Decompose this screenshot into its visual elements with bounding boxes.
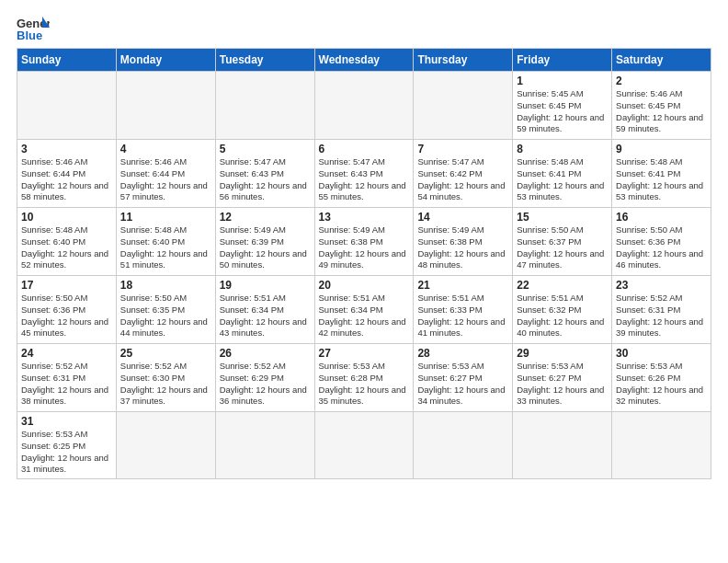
day-detail: Sunrise: 5:53 AM Sunset: 6:27 PM Dayligh…	[517, 361, 608, 408]
day-detail: Sunrise: 5:48 AM Sunset: 6:40 PM Dayligh…	[21, 224, 112, 271]
calendar-table: SundayMondayTuesdayWednesdayThursdayFrid…	[17, 48, 711, 479]
day-detail: Sunrise: 5:50 AM Sunset: 6:36 PM Dayligh…	[21, 293, 112, 339]
day-cell	[414, 412, 513, 479]
day-detail: Sunrise: 5:50 AM Sunset: 6:35 PM Dayligh…	[120, 293, 211, 339]
day-number: 11	[120, 211, 211, 224]
week-row-2: 10Sunrise: 5:48 AM Sunset: 6:40 PM Dayli…	[17, 208, 711, 276]
header: General Blue	[17, 15, 711, 42]
day-cell: 13Sunrise: 5:49 AM Sunset: 6:38 PM Dayli…	[314, 208, 414, 276]
day-detail: Sunrise: 5:46 AM Sunset: 6:45 PM Dayligh…	[616, 88, 707, 135]
day-cell	[215, 72, 314, 140]
col-header-wednesday: Wednesday	[314, 49, 414, 72]
day-detail: Sunrise: 5:49 AM Sunset: 6:39 PM Dayligh…	[220, 224, 311, 271]
day-number: 10	[21, 211, 112, 224]
day-cell: 10Sunrise: 5:48 AM Sunset: 6:40 PM Dayli…	[17, 208, 117, 276]
day-cell: 2Sunrise: 5:46 AM Sunset: 6:45 PM Daylig…	[612, 72, 711, 140]
day-number: 2	[616, 75, 707, 87]
day-detail: Sunrise: 5:51 AM Sunset: 6:32 PM Dayligh…	[517, 293, 608, 339]
day-detail: Sunrise: 5:53 AM Sunset: 6:27 PM Dayligh…	[417, 361, 508, 408]
day-cell	[17, 72, 117, 140]
day-detail: Sunrise: 5:45 AM Sunset: 6:45 PM Dayligh…	[517, 88, 608, 135]
day-detail: Sunrise: 5:47 AM Sunset: 6:43 PM Dayligh…	[319, 156, 410, 203]
day-number: 20	[319, 279, 410, 292]
day-cell: 19Sunrise: 5:51 AM Sunset: 6:34 PM Dayli…	[215, 276, 314, 344]
day-detail: Sunrise: 5:53 AM Sunset: 6:25 PM Dayligh…	[21, 429, 112, 476]
day-cell: 21Sunrise: 5:51 AM Sunset: 6:33 PM Dayli…	[414, 276, 513, 344]
day-detail: Sunrise: 5:49 AM Sunset: 6:38 PM Dayligh…	[319, 224, 410, 271]
day-cell: 23Sunrise: 5:52 AM Sunset: 6:31 PM Dayli…	[612, 276, 711, 344]
day-cell: 18Sunrise: 5:50 AM Sunset: 6:35 PM Dayli…	[116, 276, 215, 344]
day-number: 17	[21, 279, 112, 292]
day-number: 18	[120, 279, 211, 292]
day-cell: 6Sunrise: 5:47 AM Sunset: 6:43 PM Daylig…	[314, 140, 414, 208]
day-detail: Sunrise: 5:51 AM Sunset: 6:33 PM Dayligh…	[417, 293, 508, 339]
day-cell: 31Sunrise: 5:53 AM Sunset: 6:25 PM Dayli…	[17, 412, 117, 479]
day-cell: 14Sunrise: 5:49 AM Sunset: 6:38 PM Dayli…	[414, 208, 513, 276]
day-detail: Sunrise: 5:50 AM Sunset: 6:37 PM Dayligh…	[517, 224, 608, 271]
day-number: 28	[417, 347, 508, 360]
day-number: 21	[417, 279, 508, 292]
day-number: 29	[517, 347, 608, 360]
day-number: 14	[417, 211, 508, 224]
day-number: 19	[220, 279, 311, 292]
calendar-page: General Blue SundayMondayTuesdayWednesda…	[0, 0, 728, 488]
day-detail: Sunrise: 5:53 AM Sunset: 6:28 PM Dayligh…	[319, 361, 410, 408]
day-detail: Sunrise: 5:46 AM Sunset: 6:44 PM Dayligh…	[120, 156, 211, 203]
day-cell	[116, 72, 215, 140]
day-detail: Sunrise: 5:48 AM Sunset: 6:41 PM Dayligh…	[616, 156, 707, 203]
week-row-1: 3Sunrise: 5:46 AM Sunset: 6:44 PM Daylig…	[17, 140, 711, 208]
svg-text:Blue: Blue	[17, 29, 42, 42]
day-cell	[414, 72, 513, 140]
col-header-tuesday: Tuesday	[215, 49, 314, 72]
day-cell: 25Sunrise: 5:52 AM Sunset: 6:30 PM Dayli…	[116, 344, 215, 412]
week-row-5: 31Sunrise: 5:53 AM Sunset: 6:25 PM Dayli…	[17, 412, 711, 479]
day-detail: Sunrise: 5:53 AM Sunset: 6:26 PM Dayligh…	[616, 361, 707, 408]
day-cell: 12Sunrise: 5:49 AM Sunset: 6:39 PM Dayli…	[215, 208, 314, 276]
day-detail: Sunrise: 5:49 AM Sunset: 6:38 PM Dayligh…	[417, 224, 508, 271]
week-row-0: 1Sunrise: 5:45 AM Sunset: 6:45 PM Daylig…	[17, 72, 711, 140]
day-number: 9	[616, 143, 707, 155]
day-cell: 20Sunrise: 5:51 AM Sunset: 6:34 PM Dayli…	[314, 276, 414, 344]
day-cell: 1Sunrise: 5:45 AM Sunset: 6:45 PM Daylig…	[513, 72, 612, 140]
day-cell: 11Sunrise: 5:48 AM Sunset: 6:40 PM Dayli…	[116, 208, 215, 276]
day-cell	[314, 412, 414, 479]
day-cell: 16Sunrise: 5:50 AM Sunset: 6:36 PM Dayli…	[612, 208, 711, 276]
day-cell: 26Sunrise: 5:52 AM Sunset: 6:29 PM Dayli…	[215, 344, 314, 412]
day-number: 3	[21, 143, 112, 155]
day-number: 30	[616, 347, 707, 360]
day-number: 26	[220, 347, 311, 360]
day-detail: Sunrise: 5:50 AM Sunset: 6:36 PM Dayligh…	[616, 224, 707, 271]
day-cell: 15Sunrise: 5:50 AM Sunset: 6:37 PM Dayli…	[513, 208, 612, 276]
day-number: 15	[517, 211, 608, 224]
day-cell: 7Sunrise: 5:47 AM Sunset: 6:42 PM Daylig…	[414, 140, 513, 208]
day-cell: 5Sunrise: 5:47 AM Sunset: 6:43 PM Daylig…	[215, 140, 314, 208]
day-number: 12	[220, 211, 311, 224]
logo: General Blue	[17, 15, 50, 42]
day-cell: 24Sunrise: 5:52 AM Sunset: 6:31 PM Dayli…	[17, 344, 117, 412]
day-number: 24	[21, 347, 112, 360]
day-detail: Sunrise: 5:52 AM Sunset: 6:30 PM Dayligh…	[120, 361, 211, 408]
logo-icon: General Blue	[17, 15, 50, 42]
day-detail: Sunrise: 5:51 AM Sunset: 6:34 PM Dayligh…	[220, 293, 311, 339]
day-detail: Sunrise: 5:51 AM Sunset: 6:34 PM Dayligh…	[319, 293, 410, 339]
day-detail: Sunrise: 5:46 AM Sunset: 6:44 PM Dayligh…	[21, 156, 112, 203]
day-cell: 28Sunrise: 5:53 AM Sunset: 6:27 PM Dayli…	[414, 344, 513, 412]
day-cell: 8Sunrise: 5:48 AM Sunset: 6:41 PM Daylig…	[513, 140, 612, 208]
day-detail: Sunrise: 5:47 AM Sunset: 6:43 PM Dayligh…	[220, 156, 311, 203]
day-cell: 27Sunrise: 5:53 AM Sunset: 6:28 PM Dayli…	[314, 344, 414, 412]
day-detail: Sunrise: 5:48 AM Sunset: 6:41 PM Dayligh…	[517, 156, 608, 203]
day-detail: Sunrise: 5:52 AM Sunset: 6:29 PM Dayligh…	[220, 361, 311, 408]
day-number: 23	[616, 279, 707, 292]
day-number: 27	[319, 347, 410, 360]
day-number: 16	[616, 211, 707, 224]
col-header-thursday: Thursday	[414, 49, 513, 72]
day-cell: 22Sunrise: 5:51 AM Sunset: 6:32 PM Dayli…	[513, 276, 612, 344]
day-detail: Sunrise: 5:48 AM Sunset: 6:40 PM Dayligh…	[120, 224, 211, 271]
day-cell	[612, 412, 711, 479]
day-cell	[215, 412, 314, 479]
day-number: 22	[517, 279, 608, 292]
day-cell: 30Sunrise: 5:53 AM Sunset: 6:26 PM Dayli…	[612, 344, 711, 412]
day-cell: 29Sunrise: 5:53 AM Sunset: 6:27 PM Dayli…	[513, 344, 612, 412]
day-number: 25	[120, 347, 211, 360]
day-detail: Sunrise: 5:47 AM Sunset: 6:42 PM Dayligh…	[417, 156, 508, 203]
